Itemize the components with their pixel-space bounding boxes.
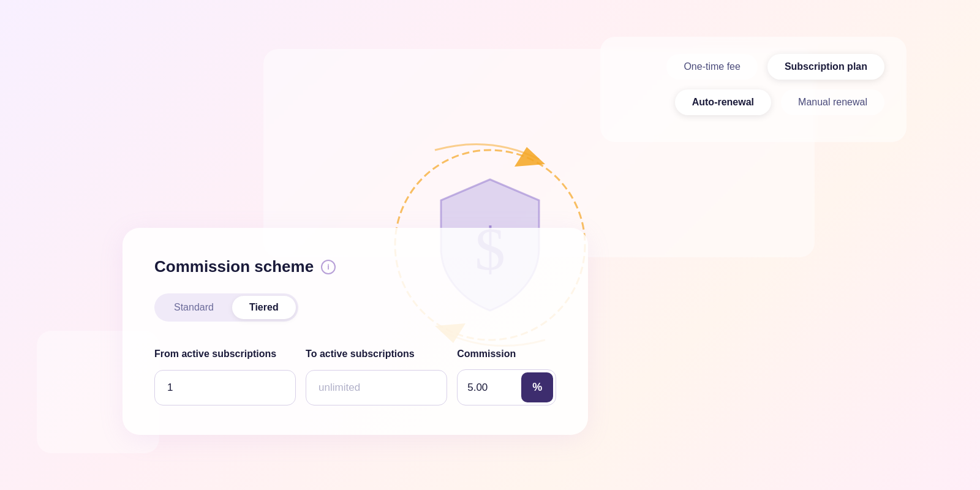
percent-badge: % (521, 372, 553, 402)
tab-auto-renewal[interactable]: Auto-renewal (675, 89, 771, 115)
tab-card: One-time fee Subscription plan Auto-rene… (600, 37, 907, 142)
commission-input-wrapper: % (457, 369, 556, 405)
input-row: % (154, 369, 556, 405)
tab-one-time-fee[interactable]: One-time fee (666, 54, 757, 80)
toggle-standard[interactable]: Standard (157, 296, 231, 319)
table-headers: From active subscriptions To active subs… (154, 349, 556, 360)
tab-subscription-plan[interactable]: Subscription plan (767, 54, 884, 80)
commission-title: Commission scheme (154, 257, 314, 276)
to-subscriptions-input[interactable] (306, 370, 447, 405)
col-header-commission: Commission (457, 349, 556, 360)
col-header-to: To active subscriptions (306, 349, 447, 360)
tab-manual-renewal[interactable]: Manual renewal (781, 89, 884, 115)
commission-value-input[interactable] (458, 371, 519, 405)
col-header-from: From active subscriptions (154, 349, 296, 360)
tab-row-1: One-time fee Subscription plan (622, 54, 884, 80)
scheme-toggle-group: Standard Tiered (154, 293, 298, 322)
commission-card: Commission scheme i Standard Tiered From… (123, 228, 588, 435)
commission-title-row: Commission scheme i (154, 257, 556, 276)
toggle-tiered[interactable]: Tiered (232, 296, 296, 319)
from-subscriptions-input[interactable] (154, 370, 296, 405)
info-icon[interactable]: i (321, 260, 336, 274)
main-content: One-time fee Subscription plan Auto-rene… (123, 37, 858, 453)
svg-marker-1 (514, 147, 545, 167)
tab-row-2: Auto-renewal Manual renewal (622, 89, 884, 115)
